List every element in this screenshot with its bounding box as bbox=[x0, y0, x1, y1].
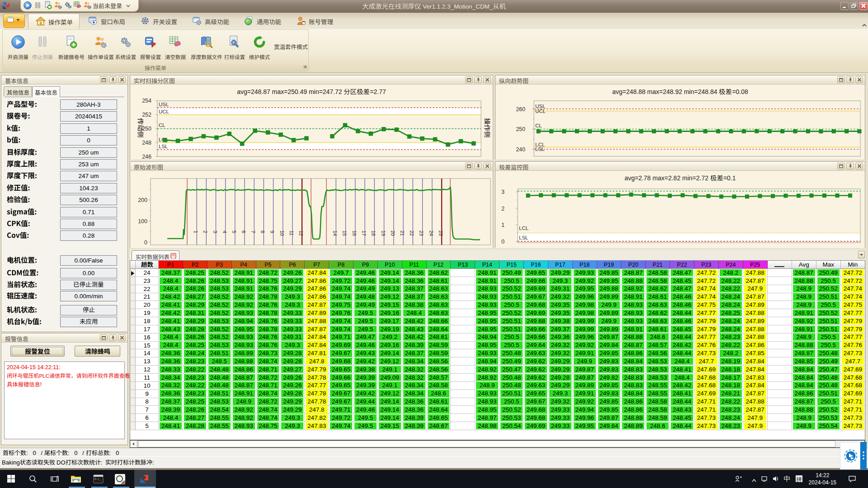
svg-text:UCL: UCL bbox=[159, 109, 170, 114]
svg-text:246: 246 bbox=[142, 154, 151, 160]
svg-text:15: 15 bbox=[342, 230, 347, 236]
svg-text:C:\_: C:\_ bbox=[94, 477, 101, 481]
svg-text:4: 4 bbox=[222, 230, 227, 233]
svg-text:LSL: LSL bbox=[519, 235, 528, 240]
svg-text:21: 21 bbox=[400, 230, 405, 236]
svg-text:16: 16 bbox=[352, 230, 357, 236]
svg-text:22: 22 bbox=[409, 230, 415, 236]
svg-text:CL: CL bbox=[535, 123, 542, 128]
svg-text:100: 100 bbox=[138, 218, 147, 225]
svg-text:2: 2 bbox=[203, 230, 208, 233]
svg-text:CL: CL bbox=[159, 122, 165, 128]
svg-text:9: 9 bbox=[269, 230, 275, 233]
svg-text:260: 260 bbox=[516, 106, 525, 113]
svg-text:10: 10 bbox=[279, 230, 285, 236]
svg-text:254: 254 bbox=[142, 98, 151, 104]
svg-text:1: 1 bbox=[193, 230, 198, 233]
svg-text:2: 2 bbox=[501, 206, 505, 212]
svg-text:14: 14 bbox=[332, 230, 338, 236]
svg-text:USL: USL bbox=[159, 102, 169, 107]
svg-text:252: 252 bbox=[142, 112, 151, 118]
svg-text:LSL: LSL bbox=[535, 146, 545, 152]
svg-text:17: 17 bbox=[361, 230, 367, 236]
svg-text:0: 0 bbox=[144, 239, 147, 246]
svg-text:LCL: LCL bbox=[519, 225, 529, 231]
svg-text:19: 19 bbox=[381, 230, 386, 236]
svg-text:0: 0 bbox=[501, 239, 505, 245]
svg-text:5: 5 bbox=[231, 230, 237, 233]
svg-text:UCL: UCL bbox=[535, 108, 546, 114]
svg-text:240: 240 bbox=[516, 146, 525, 153]
svg-text:3: 3 bbox=[212, 230, 218, 233]
svg-text:18: 18 bbox=[371, 230, 376, 236]
svg-text:248: 248 bbox=[142, 140, 151, 146]
svg-text:24: 24 bbox=[429, 230, 434, 236]
svg-text:25: 25 bbox=[438, 230, 443, 236]
svg-text:200: 200 bbox=[138, 197, 147, 203]
svg-text:250: 250 bbox=[516, 126, 525, 132]
svg-text:20: 20 bbox=[390, 230, 396, 236]
svg-text:12: 12 bbox=[298, 230, 304, 236]
svg-text:11: 11 bbox=[289, 230, 294, 235]
svg-text:6: 6 bbox=[241, 230, 246, 233]
svg-text:23: 23 bbox=[419, 230, 424, 236]
svg-text:8: 8 bbox=[260, 230, 265, 233]
svg-text:1: 1 bbox=[501, 222, 505, 228]
svg-text:7: 7 bbox=[250, 230, 256, 233]
svg-text:LSL: LSL bbox=[159, 144, 168, 149]
svg-text:3: 3 bbox=[501, 189, 505, 195]
